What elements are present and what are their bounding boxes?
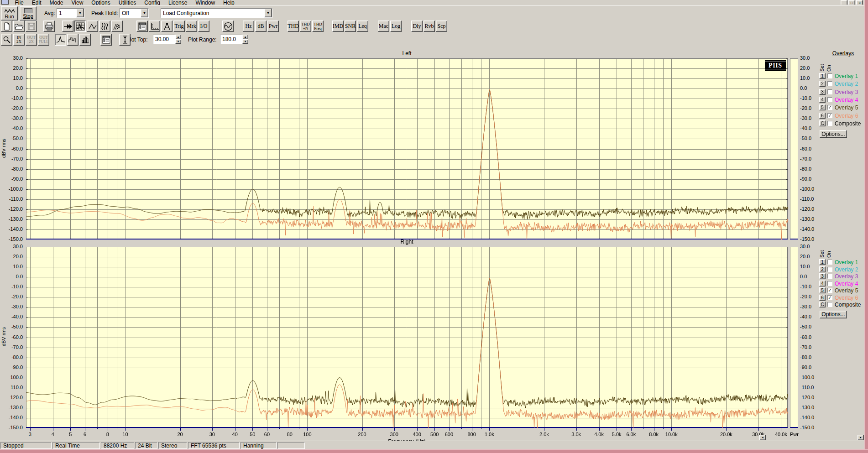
trigger-button[interactable]: Trig [173,21,185,32]
macro-button[interactable]: Mac [378,21,389,32]
overlay-on-checkbox-1-right[interactable] [827,260,832,265]
plot-canvas-left[interactable] [26,58,788,240]
waveform-button[interactable] [87,21,98,32]
scope-button[interactable]: Scp [436,21,447,32]
scrollbar-left-stub[interactable]: ◂ [759,435,766,440]
calipers-button[interactable] [161,21,173,32]
overlay-set-button-1-right[interactable]: 1 [819,259,826,265]
plot-top-input[interactable]: 30.00 [153,35,175,44]
histogram-view-button[interactable] [79,34,91,46]
overlay-on-checkbox-6-left[interactable]: ✓ [827,113,832,118]
reverb-button[interactable]: Rvb [424,21,435,32]
zoom-in-2x-button[interactable]: IN 2X [13,34,25,46]
scrollbar-right-stub[interactable]: ▸ [858,435,864,440]
autorange-button[interactable] [119,34,131,46]
run-continuous-button[interactable] [62,21,73,32]
menu-item-options[interactable]: Options [87,0,114,5]
marker-button[interactable]: Mrk [186,21,197,32]
overlay-set-button-4-right[interactable]: 4 [819,281,826,286]
thd-button[interactable]: THD [288,21,299,32]
menu-item-license[interactable]: License [164,0,191,5]
overlay-set-button-c-left[interactable]: C [819,120,826,126]
leq-button[interactable]: Leq [357,21,368,32]
plot-range-input[interactable]: 180.0 [220,35,242,44]
signal-generator-button[interactable] [222,21,234,32]
overlay-options-button-right[interactable]: Options... [820,311,847,318]
overlay-on-checkbox-c-left[interactable] [827,121,832,126]
spectrogram-button[interactable] [99,21,110,32]
overlay-on-checkbox-2-left[interactable] [827,81,832,86]
snr-button[interactable]: SNR [345,21,356,32]
overlay-on-checkbox-2-right[interactable] [827,267,832,272]
minimize-button[interactable]: _ [841,0,847,5]
plot-top-spin-down[interactable]: ▼ [175,39,181,44]
plot-range-spin-down[interactable]: ▼ [242,39,248,44]
scales-button[interactable] [149,21,160,32]
overlay-on-checkbox-c-right[interactable] [827,302,832,307]
menu-item-config[interactable]: Config [140,0,164,5]
overlay-set-button-6-left[interactable]: 6 [819,113,826,119]
zoom-out-2x-button[interactable]: OUT 2X [26,34,37,46]
pwr-button[interactable]: Pwr [267,21,279,32]
configuration-dropdown-arrow[interactable]: ▼ [264,9,272,17]
plot-display-button[interactable] [74,21,86,32]
spectrum-view-button[interactable] [55,34,66,46]
zoom-button[interactable] [1,34,12,46]
imd-button[interactable]: IMD [332,21,344,32]
delay-button[interactable]: Dly [411,21,423,32]
avg-combobox[interactable]: 1 ▼ [57,8,84,18]
overlay-on-checkbox-5-right[interactable]: ✓ [827,288,832,293]
stop-button[interactable]: Stop [20,6,37,21]
menu-item-utilities[interactable]: Utilities [115,0,141,5]
overlay-options-button-left[interactable]: Options... [820,130,847,138]
display-options-button[interactable] [100,34,112,46]
db-button[interactable]: dB [255,21,267,32]
overlay-set-button-4-left[interactable]: 4 [819,97,826,103]
overlay-on-checkbox-5-left[interactable]: ✓ [827,105,832,110]
hz-button[interactable]: Hz [243,21,254,32]
print-button[interactable] [43,21,55,32]
overlay-on-checkbox-1-left[interactable] [827,73,832,78]
overlay-on-checkbox-6-right[interactable]: ✓ [827,295,832,300]
plot-canvas-right[interactable] [26,247,788,428]
log-button[interactable]: Log [390,21,402,32]
new-file-button[interactable] [1,21,12,32]
run-button[interactable]: Run [1,6,18,21]
menu-item-view[interactable]: View [68,0,88,5]
overlay-set-button-c-right[interactable]: C [819,302,826,307]
menu-item-help[interactable]: Help [219,0,239,5]
overlay-set-button-5-right[interactable]: 5 [819,287,826,293]
menu-item-mode[interactable]: Mode [45,0,67,5]
overlay-on-checkbox-3-left[interactable] [827,89,832,94]
plot-top-spin-up[interactable]: ▲ [175,35,181,39]
overlay-set-button-3-left[interactable]: 3 [819,89,826,95]
close-button[interactable]: × [856,0,863,5]
bar-view-button[interactable] [67,34,78,46]
overlay-on-checkbox-4-left[interactable] [827,97,832,102]
peak-hold-combobox[interactable]: Off ▼ [120,8,149,18]
menu-item-window[interactable]: Window [191,0,219,5]
maximize-button[interactable]: □ [848,0,855,5]
configuration-combobox[interactable]: Load Configuration ▼ [161,8,272,18]
menu-item-edit[interactable]: Edit [28,0,46,5]
surface-plot-button[interactable] [111,21,123,32]
overlay-set-button-5-left[interactable]: 5 [819,104,826,110]
overlay-set-button-6-right[interactable]: 6 [819,295,826,301]
thd-n-button[interactable]: THD +N [300,21,311,32]
io-button[interactable]: I/O [198,21,209,32]
menu-item-file[interactable]: File [10,0,27,5]
overlay-set-button-1-left[interactable]: 1 [819,73,826,79]
thd-freq-button[interactable]: THD Freq [312,21,324,32]
overlay-on-checkbox-3-right[interactable] [827,274,832,279]
overlay-set-button-2-right[interactable]: 2 [819,266,826,272]
plot-range-spin-up[interactable]: ▲ [242,35,248,39]
overlay-set-button-3-right[interactable]: 3 [819,273,826,279]
zoom-out-full-button[interactable]: OUT FULL [38,34,49,46]
peak-hold-dropdown-arrow[interactable]: ▼ [141,9,148,17]
overlay-on-checkbox-4-right[interactable] [827,281,832,286]
avg-dropdown-arrow[interactable]: ▼ [76,9,84,17]
overlay-set-button-2-left[interactable]: 2 [819,81,826,87]
save-button[interactable] [26,21,37,32]
settings-dialog-button[interactable] [136,21,148,32]
open-file-button[interactable] [13,21,25,32]
